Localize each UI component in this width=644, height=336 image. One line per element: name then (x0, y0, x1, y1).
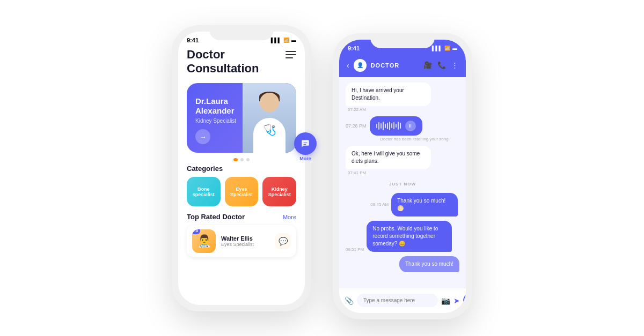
audio-row: 07:26 PM (346, 116, 422, 136)
message-5: Thank you so much! (346, 256, 459, 272)
doctor-info: Walter Ellis Eyes Specialist (221, 235, 269, 247)
wave-bar (400, 123, 401, 129)
message-3: 09:45 AM Thank you so much! 🌕 (346, 193, 459, 216)
app-scene: 9:41 ▌▌▌ 📶 ▬ DoctorConsultation (172, 17, 472, 319)
wifi-icon-1: 📶 (283, 38, 289, 43)
status-time-1: 9:41 (187, 37, 199, 43)
chat-avatar: 👤 (354, 59, 367, 72)
app1-content: DoctorConsultation Dr.LauraAlexander Kid… (178, 46, 305, 263)
audio-bubble[interactable]: ⏸ (370, 116, 422, 136)
carousel-dots (187, 158, 296, 161)
camera-icon[interactable]: 📷 (441, 296, 450, 305)
chat-button[interactable]: 💬 (275, 233, 291, 249)
message-2: Ok, here i will give you some diets plan… (346, 146, 459, 175)
category-kidney[interactable]: KidneySpecialist (262, 177, 296, 206)
message-bubble-2: Ok, here i will give you some diets plan… (346, 146, 431, 169)
battery-icon-2: ▬ (452, 46, 457, 51)
category-eyes[interactable]: EyesSpecialist (225, 177, 259, 206)
fab-label: More (299, 156, 311, 161)
page-title: DoctorConsultation (187, 48, 259, 76)
dot-1 (233, 158, 238, 161)
floating-more-button[interactable]: More (294, 132, 317, 161)
message-audio: 07:26 PM (346, 116, 459, 141)
doctor-name: Dr.LauraAlexander (195, 96, 288, 116)
wave-bar (393, 122, 394, 129)
battery-icon-1: ▬ (291, 38, 296, 43)
message-bubble-4: No probs. Would you like to record somet… (367, 221, 452, 252)
wave-bar (380, 123, 382, 129)
message-4: 09:51 PM No probs. Would you like to rec… (346, 221, 459, 252)
sent-row-1: 09:45 AM Thank you so much! 🌕 (370, 193, 459, 216)
audio-caption: Doctor has been listening your song (378, 137, 449, 141)
video-call-icon[interactable]: 🎥 (423, 61, 432, 69)
status-icons-1: ▌▌▌ 📶 ▬ (271, 38, 296, 43)
wifi-icon-2: 📶 (444, 46, 450, 51)
wave-bar (383, 122, 384, 130)
phone-1: 9:41 ▌▌▌ 📶 ▬ DoctorConsultation (172, 25, 311, 311)
categories-header: Categories (187, 165, 296, 173)
chat-input-bar: 📎 📷 ➤ 🎤 (339, 288, 466, 313)
sent-row-2: 09:51 PM No probs. Would you like to rec… (346, 221, 459, 252)
doctor-list-name: Walter Ellis (221, 235, 269, 242)
wave-bar (391, 123, 392, 128)
wave-bar (398, 122, 399, 130)
doctors-more-link[interactable]: More (283, 214, 296, 220)
status-time-2: 9:41 (348, 45, 360, 51)
chat-header-icons: 🎥 📞 ⋮ (423, 61, 458, 69)
phone-2: 9:41 ▌▌▌ 📶 ▬ ‹ 👤 DOCTOR 🎥 📞 ⋮ (333, 33, 472, 319)
wave-bar (376, 124, 377, 128)
sent-time-1: 09:45 AM (370, 202, 389, 207)
menu-button[interactable] (286, 51, 296, 58)
status-icons-2: ▌▌▌ 📶 ▬ (432, 46, 457, 51)
signal-icon-2: ▌▌▌ (432, 46, 442, 51)
phone-2-screen: 9:41 ▌▌▌ 📶 ▬ ‹ 👤 DOCTOR 🎥 📞 ⋮ (339, 40, 466, 313)
sent-time-2: 09:51 PM (346, 247, 364, 252)
hero-arrow-button[interactable]: → (195, 129, 210, 144)
message-time-2: 07:41 PM (346, 170, 366, 175)
attachment-icon[interactable]: 📎 (345, 296, 354, 305)
waveform (376, 122, 401, 130)
phone-2-notch (370, 33, 435, 48)
doctor-list-item[interactable]: 5.0 👨‍⚕️ Walter Ellis Eyes Specialist 💬 (187, 225, 296, 257)
doctor-specialty: Kidney Specialist (195, 118, 288, 124)
back-button[interactable]: ‹ (347, 61, 349, 70)
wave-bar (387, 123, 388, 129)
message-bubble-5: Thank you so much! (399, 256, 459, 272)
wave-bar (378, 122, 379, 130)
fab-icon[interactable] (294, 132, 317, 155)
signal-icon-1: ▌▌▌ (271, 38, 281, 43)
categories-list: Bonespecialist EyesSpecialist KidneySpec… (187, 177, 296, 206)
dot-3 (246, 158, 250, 161)
audio-play-button[interactable]: ⏸ (405, 121, 416, 131)
chat-doctor-label: DOCTOR (371, 62, 419, 69)
just-now-divider: JUST NOW (346, 182, 459, 186)
wave-bar (396, 124, 397, 128)
audio-time: 07:26 PM (346, 123, 367, 129)
message-bubble-3: Thank you so much! 🌕 (391, 193, 458, 216)
doctors-header: Top Rated Doctor More (187, 213, 296, 221)
wave-bar (389, 122, 390, 130)
message-bubble-1: Hi, I have arrived your Destination. (346, 83, 431, 106)
message-input[interactable] (357, 294, 438, 307)
phone-1-screen: 9:41 ▌▌▌ 📶 ▬ DoctorConsultation (178, 32, 305, 305)
wave-bar (385, 124, 386, 128)
send-icon[interactable]: ➤ (453, 296, 460, 305)
hero-text: Dr.LauraAlexander Kidney Specialist → (195, 96, 288, 144)
message-time-1: 07:22 AM (346, 107, 366, 112)
chat-input-icons: 📷 ➤ 🎤 (441, 293, 466, 309)
phone-1-notch (209, 25, 274, 40)
category-bone[interactable]: Bonespecialist (187, 177, 221, 206)
top-doctors-title: Top Rated Doctor (187, 213, 245, 221)
chat-messages: Hi, I have arrived your Destination. 07:… (339, 77, 466, 288)
app1-header: DoctorConsultation (187, 46, 296, 76)
hero-card[interactable]: Dr.LauraAlexander Kidney Specialist → 🩺 (187, 83, 296, 153)
message-1: Hi, I have arrived your Destination. 07:… (346, 83, 459, 112)
dot-2 (240, 158, 244, 161)
categories-title: Categories (187, 165, 223, 173)
chat-header: ‹ 👤 DOCTOR 🎥 📞 ⋮ (339, 54, 466, 77)
doctor-list-specialty: Eyes Specialist (221, 242, 269, 247)
mic-button[interactable]: 🎤 (463, 293, 466, 309)
doctor-thumb: 5.0 👨‍⚕️ (192, 229, 216, 253)
more-options-icon[interactable]: ⋮ (451, 61, 458, 69)
phone-call-icon[interactable]: 📞 (437, 61, 446, 69)
